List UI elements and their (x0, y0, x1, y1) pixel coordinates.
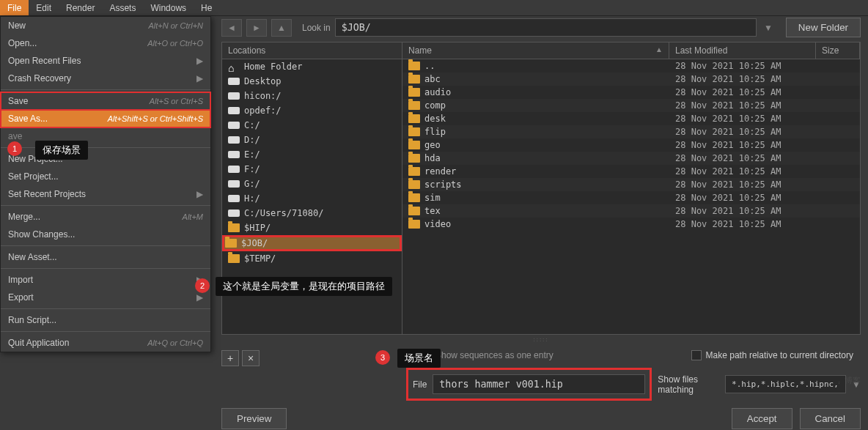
file-row[interactable]: render28 Nov 2021 10:25 AM (402, 165, 860, 178)
filemenu-item[interactable]: New Project... (1, 150, 210, 168)
location-item[interactable]: C:/ (222, 118, 402, 133)
location-item[interactable]: D:/ (222, 133, 402, 147)
filemenu-item[interactable]: Merge...Alt+M (1, 208, 210, 226)
filemenu-item[interactable]: NewAlt+N or Ctrl+N (1, 17, 210, 34)
filemenu-item[interactable]: Import▶ (1, 271, 210, 289)
file-row[interactable]: audio28 Nov 2021 10:25 AM (402, 86, 860, 99)
filemenu-item[interactable]: Export▶ (1, 289, 210, 306)
lookin-label: Look in (302, 23, 331, 33)
home-icon (228, 62, 240, 71)
filemenu-item[interactable]: Open...Alt+O or Ctrl+O (1, 34, 210, 52)
filename-input[interactable] (433, 374, 645, 394)
drive-icon (228, 166, 240, 173)
location-item[interactable]: C:/Users/71080/ (222, 206, 402, 220)
relative-path-checkbox[interactable]: Make path relative to current directory (691, 350, 853, 360)
filemenu-item[interactable]: Crash Recovery▶ (1, 70, 210, 87)
nav-row: ◄ ► ▲ Look in ▼ New Folder (214, 13, 868, 42)
menu-help[interactable]: He (194, 0, 219, 15)
filemenu-item[interactable]: New Asset... (1, 248, 210, 266)
folder-icon (408, 167, 420, 176)
drive-icon (228, 195, 240, 202)
filemenu-item[interactable]: Save As...Alt+Shift+S or Ctrl+Shift+S (1, 110, 210, 127)
file-row[interactable]: geo28 Nov 2021 10:25 AM (402, 138, 860, 152)
cancel-button[interactable]: Cancel (800, 408, 861, 429)
file-row[interactable]: ..28 Nov 2021 10:25 AM (402, 59, 860, 73)
locations-header: Locations (222, 42, 402, 59)
annotation-badge-2: 2 (195, 278, 210, 293)
drive-icon (228, 107, 240, 114)
filemenu-item[interactable]: Set Recent Projects▶ (1, 185, 210, 203)
folder-icon (408, 127, 420, 136)
watermark: 博客 (845, 375, 861, 386)
nav-up-button[interactable]: ▲ (271, 19, 292, 37)
location-item[interactable]: Desktop (222, 74, 402, 89)
filemenu-item[interactable]: Quit ApplicationAlt+Q or Ctrl+Q (1, 334, 210, 352)
menu-windows[interactable]: Windows (143, 0, 194, 15)
file-row[interactable]: desk28 Nov 2021 10:25 AM (402, 112, 860, 125)
filemenu-item[interactable]: Set Project... (1, 168, 210, 185)
col-name[interactable]: Name▲ (402, 42, 669, 59)
location-item[interactable]: $HIP/ (222, 220, 402, 235)
drive-icon (228, 180, 240, 188)
menu-edit[interactable]: Edit (29, 0, 59, 15)
file-row[interactable]: scripts28 Nov 2021 10:25 AM (402, 178, 860, 191)
filemenu-item[interactable]: Show Changes... (1, 226, 210, 243)
file-menu-dropdown: NewAlt+N or Ctrl+NOpen...Alt+O or Ctrl+O… (0, 16, 211, 352)
preview-button[interactable]: Preview (221, 408, 287, 429)
location-item[interactable]: Home Folder (222, 59, 402, 74)
file-panel: Name▲ Last Modified Size ..28 Nov 2021 1… (402, 42, 860, 334)
nav-forward-button[interactable]: ► (246, 19, 267, 37)
filemenu-item[interactable]: Open Recent Files▶ (1, 52, 210, 70)
menu-assets[interactable]: Assets (102, 0, 143, 15)
file-row[interactable]: sim28 Nov 2021 10:25 AM (402, 191, 860, 204)
col-modified[interactable]: Last Modified (669, 42, 816, 59)
drive-icon (228, 210, 240, 217)
annotation-tooltip-2: 这个就是全局变量，是现在的项目路径 (216, 277, 392, 296)
file-row[interactable]: abc28 Nov 2021 10:25 AM (402, 73, 860, 86)
annotation-tooltip-1: 保存场景 (35, 141, 88, 160)
add-location-button[interactable]: + (221, 350, 239, 366)
folder-icon (408, 154, 420, 163)
menu-render[interactable]: Render (59, 0, 102, 15)
drive-icon (228, 78, 240, 85)
filter-label: Show files matching (658, 374, 719, 395)
accept-button[interactable]: Accept (732, 408, 792, 429)
location-item[interactable]: F:/ (222, 162, 402, 177)
filemenu-item[interactable]: SaveAlt+S or Ctrl+S (1, 92, 210, 110)
folder-icon (408, 141, 420, 149)
file-list-header: Name▲ Last Modified Size (402, 42, 860, 59)
location-item[interactable]: E:/ (222, 147, 402, 162)
location-item[interactable]: $TEMP/ (222, 251, 402, 266)
file-row[interactable]: flip28 Nov 2021 10:25 AM (402, 125, 860, 138)
drive-icon (228, 122, 240, 129)
show-sequences-checkbox[interactable]: Show sequences as one entry (421, 350, 553, 360)
folder-icon (408, 62, 420, 70)
save-dialog: ◄ ► ▲ Look in ▼ New Folder Locations Hom… (214, 0, 868, 430)
location-item[interactable]: opdef:/ (222, 103, 402, 118)
filemenu-item[interactable]: Run Script... (1, 311, 210, 329)
location-item[interactable]: H:/ (222, 191, 402, 206)
col-size[interactable]: Size (816, 42, 860, 59)
file-row[interactable]: tex28 Nov 2021 10:25 AM (402, 204, 860, 218)
file-row[interactable]: hda28 Nov 2021 10:25 AM (402, 152, 860, 165)
file-row[interactable]: video28 Nov 2021 10:25 AM (402, 218, 860, 231)
location-item[interactable]: $JOB/ (222, 235, 402, 251)
lookin-input[interactable] (335, 18, 757, 37)
location-item[interactable]: G:/ (222, 177, 402, 191)
menubar: File Edit Render Assets Windows He (0, 0, 868, 16)
menu-file[interactable]: File (0, 0, 29, 15)
new-folder-button[interactable]: New Folder (786, 18, 861, 37)
drive-icon (228, 151, 240, 158)
annotation-tooltip-3: 场景名 (397, 349, 441, 368)
folder-icon (225, 239, 237, 248)
location-item[interactable]: hicon:/ (222, 89, 402, 103)
file-list[interactable]: ..28 Nov 2021 10:25 AMabc28 Nov 2021 10:… (402, 59, 860, 334)
resize-handle[interactable]: ::::: (214, 335, 868, 344)
filter-input[interactable] (725, 375, 846, 393)
nav-back-button[interactable]: ◄ (221, 19, 242, 37)
remove-location-button[interactable]: × (242, 350, 260, 366)
drive-icon (228, 92, 240, 100)
filemenu-item[interactable]: ave (1, 127, 210, 145)
file-row[interactable]: comp28 Nov 2021 10:25 AM (402, 99, 860, 112)
folder-icon (408, 101, 420, 110)
